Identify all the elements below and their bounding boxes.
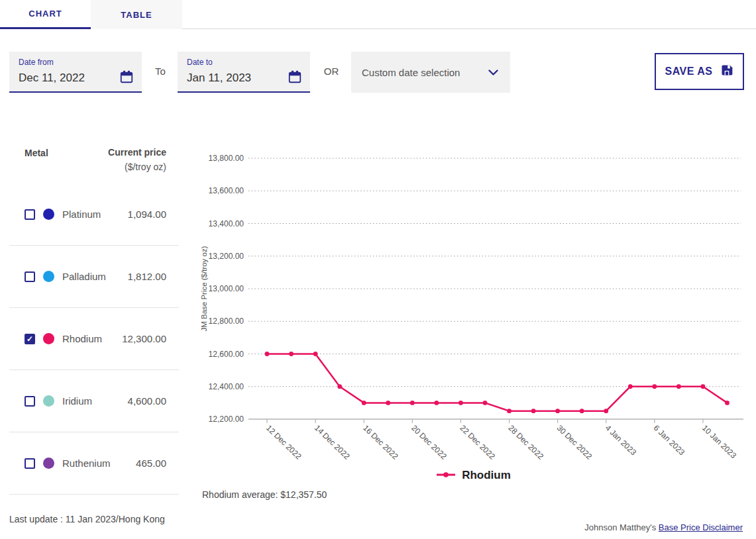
y-axis-tick-label: 13,400.00 bbox=[209, 219, 244, 228]
data-point[interactable] bbox=[386, 401, 390, 405]
data-point[interactable] bbox=[362, 401, 366, 405]
calendar-icon[interactable] bbox=[119, 70, 134, 87]
metal-name: Ruthenium bbox=[62, 458, 111, 469]
metal-row-rhodium: Rhodium12,300.00 bbox=[9, 308, 179, 370]
data-point[interactable] bbox=[289, 352, 294, 356]
y-axis-title: JM Base Price ($/troy oz) bbox=[200, 246, 208, 331]
date-from-value: Dec 11, 2022 bbox=[19, 72, 85, 85]
metal-price: 465.00 bbox=[136, 458, 166, 469]
metal-checkbox[interactable] bbox=[25, 334, 35, 344]
preset-date-dropdown-value: Custom date selection bbox=[362, 67, 460, 78]
metal-row-ruthenium: Ruthenium465.00 bbox=[9, 432, 179, 495]
tab-table[interactable]: TABLE bbox=[91, 0, 182, 29]
metal-price: 4,600.00 bbox=[128, 395, 166, 407]
metal-color-dot bbox=[43, 209, 54, 220]
metal-checkbox[interactable] bbox=[25, 458, 35, 469]
tab-chart[interactable]: CHART bbox=[0, 0, 91, 29]
x-axis-tick-label: 12 Dec 2022 bbox=[264, 423, 303, 462]
chart-panel: 13,800.0013,600.0013,400.0013,200.0013,0… bbox=[199, 147, 756, 518]
data-point[interactable] bbox=[580, 409, 584, 413]
legend-label: Rhodium bbox=[462, 469, 511, 482]
data-point[interactable] bbox=[725, 401, 729, 405]
calendar-icon[interactable] bbox=[288, 70, 302, 87]
y-axis-tick-label: 12,200.00 bbox=[209, 415, 244, 424]
save-as-label: SAVE AS bbox=[665, 66, 713, 77]
chart-legend: Rhodium bbox=[199, 469, 749, 482]
metal-price: 1,812.00 bbox=[128, 271, 166, 282]
y-axis-tick-label: 13,600.00 bbox=[209, 186, 244, 195]
metal-color-dot bbox=[43, 395, 54, 407]
data-point[interactable] bbox=[701, 384, 706, 389]
metals-header: Metal Current price ($/troy oz) bbox=[9, 136, 179, 183]
last-update-text: Last update : 11 Jan 2023/Hong Kong bbox=[9, 514, 165, 524]
data-point[interactable] bbox=[434, 401, 439, 405]
date-to-field[interactable]: Date to Jan 11, 2023 bbox=[178, 52, 310, 93]
date-from-label: Date from bbox=[19, 58, 134, 67]
metal-checkbox[interactable] bbox=[25, 271, 35, 282]
metal-price: 12,300.00 bbox=[122, 333, 166, 344]
x-axis-tick-label: 28 Dec 2022 bbox=[506, 423, 545, 462]
date-to-label: Date to bbox=[187, 58, 302, 67]
metals-list: Platinum1,094.00Palladium1,812.00Rhodium… bbox=[9, 183, 179, 495]
metal-color-dot bbox=[43, 458, 54, 469]
legend-item-rhodium[interactable]: Rhodium bbox=[437, 469, 511, 482]
tab-bar: CHART TABLE bbox=[0, 0, 756, 29]
price-app: CHART TABLE Date from Dec 11, 2022 To D bbox=[0, 0, 756, 539]
y-axis-tick-label: 12,600.00 bbox=[209, 350, 244, 359]
y-axis-tick-label: 12,400.00 bbox=[209, 382, 244, 391]
x-axis-tick-label: 22 Dec 2022 bbox=[458, 423, 497, 462]
x-axis-tick-label: 30 Dec 2022 bbox=[555, 423, 594, 462]
data-point[interactable] bbox=[459, 401, 463, 405]
metals-header-unit: ($/troy oz) bbox=[108, 160, 166, 174]
metal-row-iridium: Iridium4,600.00 bbox=[9, 370, 179, 432]
preset-date-dropdown[interactable]: Custom date selection bbox=[351, 52, 510, 93]
disclaimer-prefix: Johnson Matthey's bbox=[584, 522, 659, 532]
x-axis-tick-label: 10 Jan 2023 bbox=[700, 423, 738, 460]
chevron-down-icon bbox=[488, 67, 498, 78]
x-axis-tick-label: 4 Jan 2023 bbox=[604, 423, 639, 458]
disclaimer-link[interactable]: Base Price Disclaimer bbox=[659, 522, 743, 532]
y-axis-tick-label: 13,800.00 bbox=[209, 154, 244, 163]
data-point[interactable] bbox=[483, 401, 488, 405]
date-to-value: Jan 11, 2023 bbox=[187, 72, 251, 85]
price-chart: 13,800.0013,600.0013,400.0013,200.0013,0… bbox=[199, 147, 749, 466]
data-point[interactable] bbox=[604, 409, 608, 413]
series-line-rhodium bbox=[267, 354, 728, 411]
data-point[interactable] bbox=[410, 401, 415, 405]
filter-bar: Date from Dec 11, 2022 To Date to Jan 11… bbox=[9, 52, 756, 94]
data-point[interactable] bbox=[555, 409, 560, 413]
date-from-field[interactable]: Date from Dec 11, 2022 bbox=[9, 52, 142, 93]
data-point[interactable] bbox=[676, 384, 681, 389]
data-point[interactable] bbox=[531, 409, 536, 413]
metal-color-dot bbox=[43, 271, 54, 282]
x-axis-tick-label: 14 Dec 2022 bbox=[313, 423, 352, 462]
data-point[interactable] bbox=[265, 352, 270, 356]
metal-name: Palladium bbox=[62, 271, 106, 282]
metal-row-palladium: Palladium1,812.00 bbox=[9, 246, 179, 308]
metal-name: Iridium bbox=[62, 395, 92, 407]
metals-header-metal: Metal bbox=[25, 145, 48, 174]
metal-row-platinum: Platinum1,094.00 bbox=[9, 183, 179, 246]
disclaimer: Johnson Matthey's Base Price Disclaimer bbox=[584, 522, 743, 532]
metal-color-dot bbox=[43, 333, 54, 344]
x-axis-tick-label: 6 Jan 2023 bbox=[652, 423, 687, 458]
data-point[interactable] bbox=[507, 409, 512, 413]
x-axis-tick-label: 16 Dec 2022 bbox=[361, 423, 400, 462]
x-axis-tick-label: 20 Dec 2022 bbox=[409, 423, 449, 462]
data-point[interactable] bbox=[337, 384, 342, 389]
save-icon bbox=[720, 64, 733, 79]
data-point[interactable] bbox=[652, 384, 657, 389]
or-label: OR bbox=[315, 52, 347, 91]
y-axis-tick-label: 13,200.00 bbox=[209, 252, 244, 261]
metal-checkbox[interactable] bbox=[25, 396, 35, 407]
data-point[interactable] bbox=[313, 352, 318, 356]
y-axis-tick-label: 12,800.00 bbox=[209, 317, 244, 326]
y-axis-tick-label: 13,000.00 bbox=[209, 284, 244, 293]
data-point[interactable] bbox=[628, 384, 633, 389]
metal-price: 1,094.00 bbox=[128, 209, 166, 220]
metals-header-price: Current price bbox=[108, 145, 166, 160]
metals-panel: Metal Current price ($/troy oz) Platinum… bbox=[9, 136, 179, 495]
save-as-button[interactable]: SAVE AS bbox=[655, 53, 744, 90]
legend-marker-icon bbox=[437, 469, 455, 481]
metal-checkbox[interactable] bbox=[25, 209, 35, 220]
